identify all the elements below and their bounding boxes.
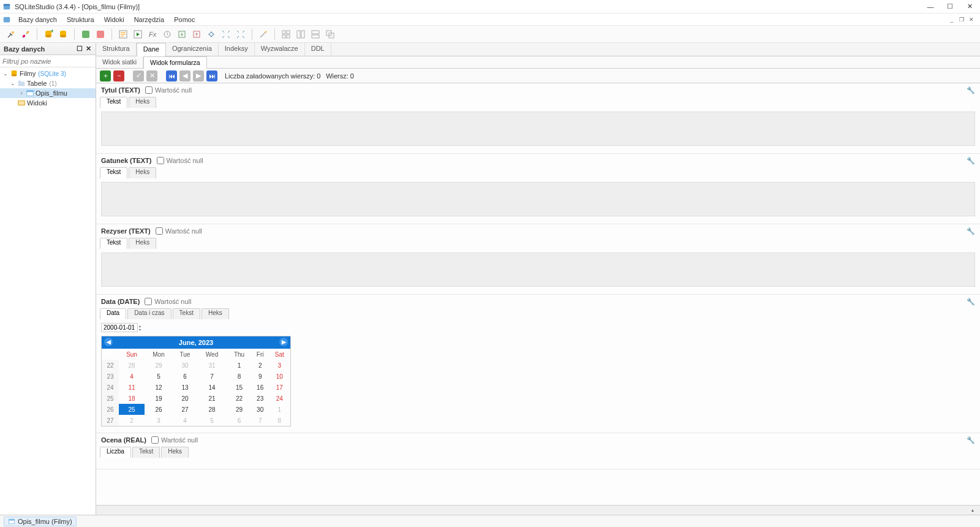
field-tab-liczba[interactable]: Liczba [100, 447, 131, 458]
calendar-day[interactable]: 25 [119, 404, 145, 415]
filter-input[interactable] [0, 55, 96, 67]
calendar-day[interactable]: 23 [252, 393, 269, 404]
calendar-day[interactable]: 2 [119, 415, 145, 426]
calendar-day[interactable]: 22 [227, 393, 252, 404]
null-checkbox-label[interactable]: Wartość null [157, 157, 203, 164]
prev-row-button[interactable]: ◀ [179, 70, 190, 82]
calendar-day[interactable]: 5 [197, 415, 227, 426]
calendar-day[interactable]: 27 [173, 404, 197, 415]
wrench-icon[interactable]: 🔧 [967, 297, 975, 306]
null-checkbox-label[interactable]: Wartość null [145, 298, 191, 305]
edit-db-icon[interactable] [57, 28, 69, 40]
maximize-icon[interactable]: ☐ [946, 2, 954, 11]
calendar-day[interactable]: 7 [252, 415, 269, 426]
calendar-day[interactable]: 1 [227, 360, 252, 371]
tab-struktura[interactable]: Struktura [96, 43, 137, 56]
calendar-day[interactable]: 30 [173, 360, 197, 371]
calendar-day[interactable]: 20 [173, 393, 197, 404]
field-tab-dataiczas[interactable]: Data i czas [127, 308, 171, 319]
calendar-day[interactable]: 29 [227, 404, 252, 415]
calendar-day[interactable]: 8 [268, 415, 290, 426]
calendar-day[interactable]: 18 [119, 393, 145, 404]
first-row-button[interactable]: ⏮ [166, 70, 177, 82]
calendar-day[interactable]: 17 [268, 382, 290, 393]
field-tab-heks[interactable]: Heks [129, 238, 156, 249]
delete-row-button[interactable]: － [113, 70, 124, 82]
calendar-day[interactable]: 26 [145, 404, 173, 415]
calendar-day[interactable]: 13 [173, 382, 197, 393]
tab-ddl[interactable]: DDL [305, 43, 331, 56]
menu-structure[interactable]: Struktura [62, 15, 99, 25]
tile-v-icon[interactable] [309, 28, 322, 40]
commit-button[interactable]: ✓ [133, 70, 144, 82]
calendar-day[interactable]: 11 [119, 382, 145, 393]
null-checkbox[interactable] [145, 298, 152, 305]
null-checkbox[interactable] [151, 436, 159, 444]
calendar-day[interactable]: 7 [197, 371, 227, 382]
config-icon[interactable] [205, 28, 217, 40]
calendar-day[interactable]: 8 [227, 371, 252, 382]
import-icon[interactable] [176, 28, 188, 40]
tree-tables-row[interactable]: ⌄ Tabele (1) [0, 78, 96, 88]
calendar-day[interactable]: 10 [268, 371, 290, 382]
field-tab-heks[interactable]: Heks [161, 447, 189, 458]
expand-toggle-icon[interactable]: ⌄ [10, 80, 16, 86]
calendar-day[interactable]: 9 [252, 371, 269, 382]
field-tab-tekst[interactable]: Tekst [173, 308, 200, 319]
expand-toggle-icon[interactable]: ⌄ [2, 70, 9, 77]
field-tab-tekst[interactable]: Tekst [132, 447, 160, 458]
calendar-day[interactable]: 2 [252, 360, 269, 371]
export-icon[interactable] [190, 28, 203, 40]
tree-table-row[interactable]: › Opis_filmu [0, 88, 96, 98]
tile-icon[interactable] [280, 28, 292, 40]
field-tab-tekst[interactable]: Tekst [100, 238, 127, 249]
date-input[interactable] [101, 323, 138, 332]
tree-db-row[interactable]: ⌄ Filmy (SQLite 3) [0, 69, 96, 78]
mdi-close-icon[interactable]: ✕ [968, 16, 975, 23]
sql-editor-icon[interactable] [117, 28, 129, 40]
disconnect-icon[interactable] [20, 28, 32, 40]
tab-indeksy[interactable]: Indeksy [219, 43, 255, 56]
field-textarea[interactable] [101, 182, 975, 216]
rollback-icon[interactable] [94, 28, 107, 40]
calendar-day[interactable]: 28 [119, 360, 145, 371]
cal-next-icon[interactable]: ▶ [279, 338, 288, 346]
calendar-day[interactable]: 21 [197, 393, 227, 404]
null-checkbox[interactable] [157, 157, 164, 164]
calendar-day[interactable]: 3 [268, 360, 290, 371]
menu-help[interactable]: Pomoc [169, 15, 200, 25]
calendar-day[interactable]: 15 [227, 382, 252, 393]
scroll-up-icon[interactable]: ▴ [969, 507, 976, 514]
null-checkbox-label[interactable]: Wartość null [151, 436, 198, 444]
history-icon[interactable] [161, 28, 173, 40]
field-tab-data[interactable]: Data [100, 308, 126, 319]
rollback-button[interactable]: ✕ [146, 70, 157, 82]
calendar-day[interactable]: 29 [145, 360, 173, 371]
calendar-day[interactable]: 12 [145, 382, 173, 393]
tab-ograniczenia[interactable]: Ograniczenia [166, 43, 219, 56]
add-db-icon[interactable]: + [42, 28, 55, 40]
cal-prev-icon[interactable]: ◀ [104, 338, 113, 346]
calendar-day[interactable]: 19 [145, 393, 173, 404]
calendar-day[interactable]: 5 [145, 371, 173, 382]
field-textarea[interactable] [101, 252, 975, 287]
tab-dane[interactable]: Dane [137, 43, 166, 56]
calendar-day[interactable]: 14 [197, 382, 227, 393]
calendar-day[interactable]: 3 [145, 415, 173, 426]
field-tab-tekst[interactable]: Tekst [100, 167, 127, 178]
field-tab-heks[interactable]: Heks [129, 167, 156, 178]
wrench-icon[interactable]: 🔧 [967, 86, 975, 94]
wand-icon[interactable] [257, 28, 270, 40]
commit-icon[interactable] [80, 28, 92, 40]
calendar-day[interactable]: 6 [227, 415, 252, 426]
horizontal-scrollbar[interactable]: ▴ [96, 505, 980, 515]
last-row-button[interactable]: ⏭ [206, 70, 217, 82]
tab-wyzwalacze[interactable]: Wyzwalacze [255, 43, 305, 56]
calendar-day[interactable]: 31 [197, 360, 227, 371]
field-textarea[interactable] [101, 112, 975, 146]
cascade-icon[interactable] [324, 28, 336, 40]
sidebar-float-icon[interactable]: ☐ [76, 45, 83, 53]
wrench-icon[interactable]: 🔧 [967, 436, 975, 444]
subtab-form[interactable]: Widok formularza [143, 56, 207, 69]
wrench-icon[interactable]: 🔧 [967, 156, 975, 165]
